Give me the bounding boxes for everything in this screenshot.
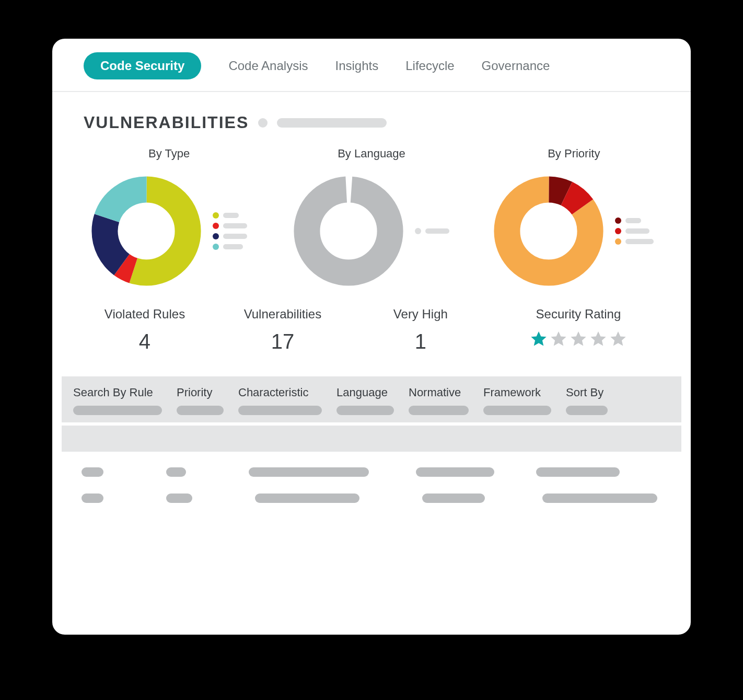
legend-dot-icon (615, 238, 621, 245)
tab-bar: Code Security Code Analysis Insights Lif… (52, 39, 691, 92)
cell-placeholder (166, 494, 192, 503)
legend-placeholder (223, 234, 247, 239)
placeholder-icon (258, 118, 268, 128)
security-rating-stars (492, 330, 665, 349)
tab-insights[interactable]: Insights (335, 52, 378, 79)
star-icon (609, 330, 628, 349)
cell-placeholder (82, 467, 103, 477)
legend-by-language (415, 228, 449, 234)
legend-placeholder (223, 223, 247, 228)
filter-priority[interactable]: Priority (172, 386, 228, 415)
filter-placeholder (409, 406, 469, 415)
legend-placeholder (625, 228, 649, 234)
stat-value-violated-rules: 4 (78, 330, 211, 353)
filter-placeholder (483, 406, 551, 415)
legend-dot-icon (213, 223, 219, 229)
svg-point-4 (307, 189, 390, 272)
stat-label-security-rating: Security Rating (492, 307, 665, 322)
star-icon (529, 330, 548, 349)
chart-title-by-priority: By Priority (548, 147, 600, 160)
legend-dot-icon (213, 244, 219, 250)
filter-search-by-rule[interactable]: Search By Rule (69, 386, 166, 415)
filter-framework[interactable]: Framework (479, 386, 555, 415)
filter-subbar (62, 426, 681, 452)
cell-placeholder (166, 467, 186, 477)
results-row (82, 467, 661, 477)
stat-value-vulnerabilities: 17 (216, 330, 349, 353)
tab-governance[interactable]: Governance (482, 52, 550, 79)
star-icon (549, 330, 568, 349)
filter-normative[interactable]: Normative (404, 386, 473, 415)
tab-lifecycle[interactable]: Lifecycle (405, 52, 454, 79)
filter-label: Sort By (566, 386, 603, 399)
cell-placeholder (249, 467, 369, 477)
legend-dot-icon (213, 233, 219, 239)
filter-placeholder (566, 406, 608, 415)
tab-code-security[interactable]: Code Security (84, 52, 201, 79)
stat-value-very-high: 1 (354, 330, 487, 353)
filter-placeholder (73, 406, 162, 415)
legend-dot-icon (415, 228, 421, 234)
results-row (82, 494, 661, 503)
cell-placeholder (416, 467, 494, 477)
section-title: VULNERABILITIES (84, 113, 249, 132)
filter-placeholder (177, 406, 224, 415)
legend-placeholder (625, 218, 641, 223)
cell-placeholder (82, 494, 103, 503)
legend-dot-icon (615, 217, 621, 224)
filter-bar: Search By Rule Priority Characteristic L… (62, 376, 681, 422)
cell-placeholder (255, 494, 359, 503)
filter-placeholder (238, 406, 322, 415)
filter-label: Language (336, 386, 388, 399)
filter-characteristic[interactable]: Characteristic (234, 386, 326, 415)
legend-placeholder (425, 228, 449, 234)
stat-label-violated-rules: Violated Rules (78, 307, 211, 322)
legend-by-priority (615, 217, 654, 245)
cell-placeholder (536, 467, 620, 477)
donut-chart-by-language[interactable] (294, 176, 403, 286)
filter-language[interactable]: Language (332, 386, 398, 415)
filter-label: Framework (483, 386, 541, 399)
filter-sort-by[interactable]: Sort By (562, 386, 612, 415)
legend-placeholder (625, 239, 654, 244)
filter-placeholder (336, 406, 394, 415)
filter-label: Priority (177, 386, 212, 399)
legend-placeholder (223, 213, 239, 218)
dashboard-panel: Code Security Code Analysis Insights Lif… (52, 39, 691, 635)
filter-label: Search By Rule (73, 386, 153, 399)
donut-chart-by-priority[interactable] (494, 176, 603, 286)
legend-dot-icon (615, 228, 621, 234)
filter-label: Characteristic (238, 386, 308, 399)
filter-label: Normative (409, 386, 461, 399)
chart-title-by-language: By Language (338, 147, 405, 160)
stat-label-vulnerabilities: Vulnerabilities (216, 307, 349, 322)
results-list (52, 452, 691, 503)
legend-placeholder (223, 244, 243, 249)
cell-placeholder (542, 494, 657, 503)
tab-code-analysis[interactable]: Code Analysis (228, 52, 308, 79)
star-icon (589, 330, 608, 349)
stat-label-very-high: Very High (354, 307, 487, 322)
chart-title-by-type: By Type (148, 147, 190, 160)
legend-dot-icon (213, 212, 219, 219)
placeholder-bar (277, 118, 387, 128)
donut-chart-by-type[interactable] (91, 176, 201, 286)
star-icon (569, 330, 588, 349)
cell-placeholder (422, 494, 485, 503)
legend-by-type (213, 212, 247, 250)
